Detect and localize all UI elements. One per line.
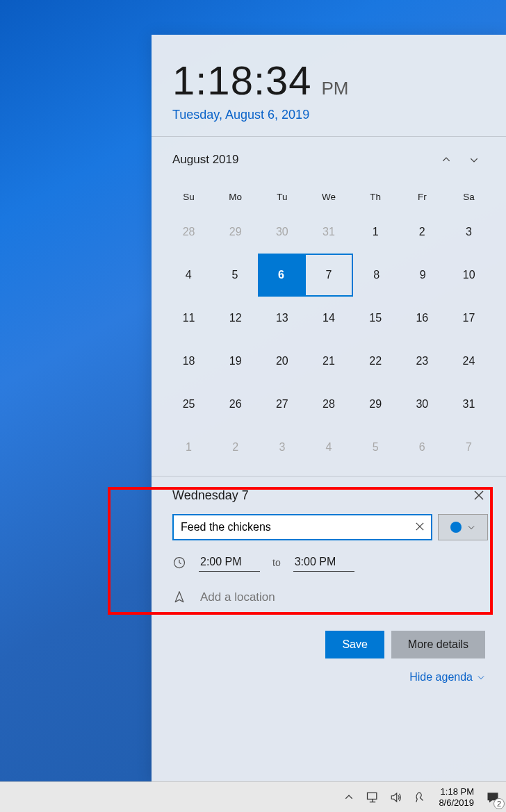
hide-agenda-label: Hide agenda	[409, 671, 473, 683]
calendar-day[interactable]: 23	[399, 340, 446, 383]
clock-ampm: PM	[322, 78, 349, 99]
calendar-day[interactable]: 3	[446, 210, 492, 254]
calendar-day[interactable]: 16	[399, 297, 446, 340]
calendar-color-picker[interactable]	[438, 514, 488, 540]
network-button[interactable]	[364, 788, 382, 806]
more-details-button[interactable]: More details	[391, 631, 485, 658]
location-icon	[172, 590, 186, 605]
calendar-day[interactable]: 4	[305, 426, 352, 469]
calendar-day[interactable]: 6	[258, 254, 304, 297]
calendar-day[interactable]: 5	[352, 426, 399, 469]
calendar-day[interactable]: 17	[446, 297, 492, 340]
calendar-day[interactable]: 28	[305, 383, 352, 426]
chevron-down-icon	[469, 155, 479, 165]
action-center-button[interactable]: 2	[484, 788, 502, 806]
calendar-day[interactable]: 3	[259, 426, 305, 469]
taskbar-clock[interactable]: 1:18 PM 8/6/2019	[434, 786, 478, 809]
clock-icon	[172, 556, 186, 570]
event-title-field[interactable]	[172, 514, 432, 540]
clock-time: 1:18:34	[172, 57, 312, 103]
calendar-day[interactable]: 15	[352, 297, 399, 340]
calendar-day[interactable]: 4	[165, 254, 212, 297]
calendar-day[interactable]: 22	[352, 340, 399, 383]
location-section	[172, 572, 485, 613]
chevron-down-icon	[467, 523, 475, 531]
taskbar: 1:18 PM 8/6/2019 2	[0, 781, 506, 812]
calendar-day[interactable]: 12	[212, 297, 259, 340]
clear-title-button[interactable]	[416, 521, 424, 533]
close-event-button[interactable]	[470, 486, 488, 504]
weekday-header: Fr	[399, 183, 446, 210]
selected-day-label: Wednesday 7	[172, 488, 470, 503]
calendar-flyout: 1:18:34 PM Tuesday, August 6, 2019 Augus…	[152, 35, 506, 781]
chevron-down-icon	[477, 673, 485, 681]
time-row: 2:00 PM to 3:00 PM	[172, 553, 488, 572]
prev-month-button[interactable]	[432, 148, 460, 172]
calendar-day[interactable]: 11	[165, 297, 212, 340]
calendar-day[interactable]: 24	[446, 340, 492, 383]
calendar-day[interactable]: 26	[212, 383, 259, 426]
calendar-day[interactable]: 2	[212, 426, 259, 469]
volume-button[interactable]	[387, 788, 405, 806]
calendar-day[interactable]: 1	[352, 210, 399, 254]
calendar-day[interactable]: 27	[259, 383, 305, 426]
calendar-day[interactable]: 20	[259, 340, 305, 383]
calendar-day[interactable]: 9	[400, 254, 446, 297]
taskbar-time: 1:18 PM	[439, 786, 474, 797]
weekday-header: Su	[165, 183, 212, 210]
calendar-day[interactable]: 30	[399, 383, 446, 426]
clock-time-row: 1:18:34 PM	[172, 57, 485, 103]
month-label[interactable]: August 2019	[172, 153, 432, 167]
event-title-input[interactable]	[181, 521, 416, 533]
calendar-day[interactable]: 2	[399, 210, 446, 254]
taskbar-date: 8/6/2019	[439, 797, 474, 809]
close-icon	[474, 490, 484, 500]
network-icon	[366, 791, 380, 804]
weekday-header: Sa	[446, 183, 492, 210]
calendar-grid: SuMoTuWeThFrSa28293031123456789101112131…	[152, 177, 506, 476]
calendar-day[interactable]: 18	[165, 340, 212, 383]
calendar-day[interactable]: 14	[305, 297, 352, 340]
calendar-day[interactable]: 6	[399, 426, 446, 469]
tray-overflow-button[interactable]	[340, 788, 358, 806]
weekday-header: Th	[352, 183, 399, 210]
location-input[interactable]	[200, 590, 485, 604]
ease-of-access-button[interactable]	[411, 788, 429, 806]
clock-date-link[interactable]: Tuesday, August 6, 2019	[172, 108, 485, 122]
button-row: Save More details	[152, 613, 506, 658]
weekday-header: Mo	[212, 183, 259, 210]
calendar-day[interactable]: 21	[305, 340, 352, 383]
next-month-button[interactable]	[460, 148, 488, 172]
calendar-day[interactable]: 31	[305, 210, 352, 254]
calendar-day[interactable]: 13	[259, 297, 305, 340]
calendar-day[interactable]: 1	[165, 426, 212, 469]
calendar-day[interactable]: 7	[446, 426, 492, 469]
hide-agenda-toggle[interactable]: Hide agenda	[152, 658, 506, 683]
notification-badge: 2	[493, 798, 505, 809]
clock-section: 1:18:34 PM Tuesday, August 6, 2019	[152, 35, 506, 136]
calendar-day[interactable]: 29	[352, 383, 399, 426]
calendar-day[interactable]: 8	[353, 254, 400, 297]
calendar-day[interactable]: 7	[304, 254, 354, 297]
calendar-day[interactable]: 28	[165, 210, 212, 254]
desktop-background: 1:18:34 PM Tuesday, August 6, 2019 Augus…	[0, 0, 506, 812]
calendar-day[interactable]: 19	[212, 340, 259, 383]
event-header: Wednesday 7	[172, 486, 488, 504]
end-time-field[interactable]: 3:00 PM	[293, 553, 354, 572]
calendar-day[interactable]: 30	[259, 210, 305, 254]
calendar-day[interactable]: 31	[446, 383, 492, 426]
save-button[interactable]: Save	[325, 631, 384, 658]
color-swatch-icon	[450, 522, 462, 533]
to-label: to	[272, 557, 281, 568]
accessibility-icon	[414, 791, 426, 804]
calendar-day[interactable]: 25	[165, 383, 212, 426]
close-icon	[416, 522, 424, 531]
calendar-day[interactable]: 10	[446, 254, 492, 297]
svg-rect-1	[368, 793, 377, 799]
start-time-field[interactable]: 2:00 PM	[199, 553, 260, 572]
calendar-day[interactable]: 29	[212, 210, 259, 254]
calendar-header: August 2019	[152, 137, 506, 177]
calendar-day[interactable]: 5	[212, 254, 259, 297]
weekday-header: Tu	[259, 183, 305, 210]
chevron-up-icon	[344, 793, 354, 802]
